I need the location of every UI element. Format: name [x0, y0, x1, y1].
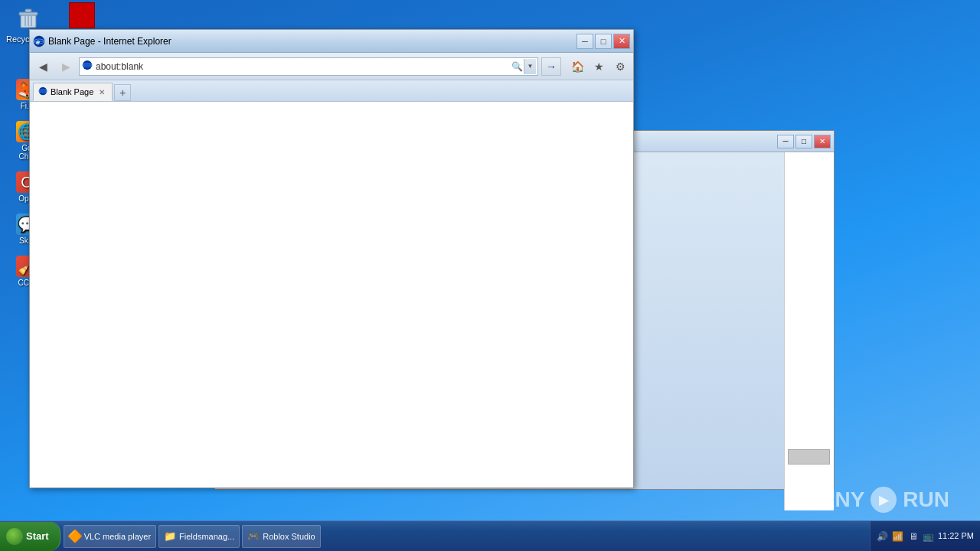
tray-icon-network[interactable]: 📶 — [892, 530, 904, 543]
window-controls: ─ □ ✕ — [577, 34, 630, 49]
anyrun-any-text: ANY — [819, 487, 864, 512]
tab-close-button[interactable]: ✕ — [96, 86, 107, 97]
taskbar-item-vlc[interactable]: 🔶 VLC media player — [64, 525, 156, 548]
nav-right-icons: 🏠 ★ ⚙ — [567, 57, 630, 77]
start-label: Start — [26, 530, 49, 542]
address-input[interactable] — [96, 61, 510, 72]
taskbar-item-roblox[interactable]: 🎮 Roblox Studio — [242, 525, 321, 548]
start-orb — [6, 528, 23, 545]
bg-win-maximize[interactable]: □ — [795, 135, 812, 148]
tray-icon-volume[interactable]: 🔊 — [877, 530, 889, 543]
favorites-button[interactable]: ★ — [589, 57, 609, 77]
window-title: Blank Page - Internet Explorer — [48, 36, 577, 47]
tray-icon-media[interactable]: 📺 — [923, 530, 935, 543]
desktop: Recycle Bin 🦊 Fi... 🌐 GoCh... O Op... 💬 … — [0, 0, 980, 551]
back-button[interactable]: ◀ — [33, 57, 53, 77]
taskbar-item-fields[interactable]: 📁 Fieldsmanag... — [158, 525, 240, 548]
tray-time: 11:22 PM — [938, 530, 974, 541]
right-side-panel — [784, 152, 834, 510]
fields-label: Fieldsmanag... — [179, 532, 234, 541]
bg-win-minimize[interactable]: ─ — [777, 135, 794, 148]
bg-win-close[interactable]: ✕ — [814, 135, 831, 148]
taskbar-items: 🔶 VLC media player 📁 Fieldsmanag... 🎮 Ro… — [60, 521, 870, 551]
taskbar: Start 🔶 VLC media player 📁 Fieldsmanag..… — [0, 520, 980, 551]
tab-bar: Blank Page ✕ + — [30, 80, 633, 102]
maximize-button[interactable]: □ — [595, 34, 612, 49]
address-search-button[interactable]: 🔍 — [510, 59, 524, 74]
tab-label: Blank Page — [51, 87, 93, 96]
cursor-highlight — [69, 2, 95, 28]
tab-blank-page[interactable]: Blank Page ✕ — [33, 83, 113, 101]
anyrun-play-icon: ▶ — [871, 487, 897, 513]
tab-icon — [38, 86, 47, 98]
tray-icons: 🔊 📶 🖥 📺 — [877, 530, 935, 543]
fieldsmanager-icon: 📁 — [164, 530, 176, 543]
go-button[interactable]: → — [541, 57, 561, 76]
navigation-bar: ◀ ▶ 🔍 ▼ → 🏠 ★ ⚙ — [30, 53, 633, 80]
ie-title-icon: e — [33, 35, 45, 47]
minimize-button[interactable]: ─ — [577, 34, 593, 49]
title-bar: e Blank Page - Internet Explorer ─ □ ✕ — [30, 30, 633, 53]
system-tray: 🔊 📶 🖥 📺 11:22 PM — [870, 521, 980, 551]
svg-rect-2 — [25, 9, 31, 12]
svg-rect-1 — [19, 12, 38, 15]
panel-button[interactable] — [788, 449, 830, 465]
roblox-icon: 🎮 — [247, 530, 260, 543]
tray-icon-display[interactable]: 🖥 — [907, 530, 920, 543]
address-bar-container: 🔍 ▼ — [79, 57, 538, 76]
close-button[interactable]: ✕ — [613, 34, 630, 49]
forward-button[interactable]: ▶ — [56, 57, 76, 77]
anyrun-run-text: RUN — [903, 487, 949, 512]
start-button[interactable]: Start — [0, 522, 60, 551]
new-tab-button[interactable]: + — [114, 84, 131, 101]
home-button[interactable]: 🏠 — [567, 57, 587, 77]
svg-text:e: e — [36, 38, 40, 46]
tools-button[interactable]: ⚙ — [610, 57, 630, 77]
roblox-label: Roblox Studio — [263, 532, 315, 541]
ie-browser-window: e Blank Page - Internet Explorer ─ □ ✕ ◀… — [29, 29, 634, 488]
vlc-icon: 🔶 — [69, 530, 81, 543]
page-content-area — [30, 102, 633, 487]
vlc-label: VLC media player — [84, 532, 151, 541]
anyrun-watermark: ANY ▶ RUN — [819, 487, 949, 513]
address-dropdown-button[interactable]: ▼ — [524, 59, 536, 74]
address-ie-icon — [81, 60, 93, 73]
